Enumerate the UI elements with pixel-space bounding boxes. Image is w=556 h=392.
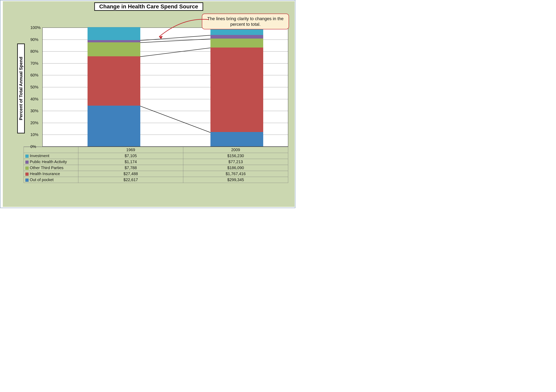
table-row: Investment$7,105$156,230 xyxy=(24,153,288,159)
table-row: Other Third Parties$7,788$186,090 xyxy=(24,165,288,171)
data-table: 1969 2009 Investment$7,105$156,230Public… xyxy=(23,147,288,183)
plot-area xyxy=(42,28,288,147)
table-cell: $27,488 xyxy=(78,171,183,177)
legend-swatch-oop xyxy=(25,179,29,182)
legend-label-oop: Out of pocket xyxy=(24,177,78,183)
legend-label-pha: Public Health Activity xyxy=(24,159,78,165)
y-tick-label: 40% xyxy=(30,97,47,101)
y-tick-label: 60% xyxy=(30,73,47,77)
y-tick-label: 0% xyxy=(30,144,47,149)
table-cell: $7,788 xyxy=(78,165,183,171)
table-col-2009: 2009 xyxy=(183,147,288,153)
svg-line-3 xyxy=(140,35,210,41)
legend-label-inv: Investment xyxy=(24,153,78,159)
y-tick-label: 80% xyxy=(30,49,47,54)
legend-swatch-hi xyxy=(25,173,29,176)
svg-line-1 xyxy=(140,48,210,57)
legend-label-otp: Other Third Parties xyxy=(24,165,78,171)
table-cell: $7,105 xyxy=(78,153,183,159)
table-cell: $299,345 xyxy=(183,177,288,183)
svg-line-2 xyxy=(140,39,210,43)
y-tick-label: 70% xyxy=(30,61,47,66)
table-cell: $156,230 xyxy=(183,153,288,159)
table-col-1969: 1969 xyxy=(78,147,183,153)
legend-swatch-pha xyxy=(25,161,29,164)
y-axis-label-box: Percent of Total Annual Spend xyxy=(17,44,25,133)
table-row: Public Health Activity$1,174$77,213 xyxy=(24,159,288,165)
y-tick-label: 30% xyxy=(30,109,47,113)
y-tick-label: 50% xyxy=(30,85,47,90)
table-cell: $22,617 xyxy=(78,177,183,183)
table-row: Health Insurance$27,488$1,767,416 xyxy=(24,171,288,177)
connector-lines xyxy=(43,28,288,147)
table-cell: $186,090 xyxy=(183,165,288,171)
y-tick-label: 20% xyxy=(30,121,47,125)
y-tick-label: 100% xyxy=(30,25,47,30)
legend-swatch-inv xyxy=(25,155,29,158)
chart-container: Change in Health Care Spend Source Perce… xyxy=(0,0,295,208)
y-axis-label: Percent of Total Annual Spend xyxy=(18,57,23,120)
table-cell: $1,174 xyxy=(78,159,183,165)
table-cell: $77,213 xyxy=(183,159,288,165)
legend-swatch-otp xyxy=(25,166,29,170)
table-cell: $1,767,416 xyxy=(183,171,288,177)
legend-label-hi: Health Insurance xyxy=(24,171,78,177)
annotation-callout: The lines bring clarity to changes in th… xyxy=(202,14,289,29)
table-header-row: 1969 2009 xyxy=(24,147,288,153)
svg-line-0 xyxy=(140,106,210,132)
y-tick-label: 10% xyxy=(30,132,47,137)
chart-title-box: Change in Health Care Spend Source xyxy=(94,2,203,11)
chart-title: Change in Health Care Spend Source xyxy=(99,3,198,10)
table-row: Out of pocket$22,617$299,345 xyxy=(24,177,288,183)
annotation-text: The lines bring clarity to changes in th… xyxy=(207,16,284,27)
y-tick-label: 90% xyxy=(30,37,47,42)
chart-panel: Change in Health Care Spend Source Perce… xyxy=(3,1,295,207)
